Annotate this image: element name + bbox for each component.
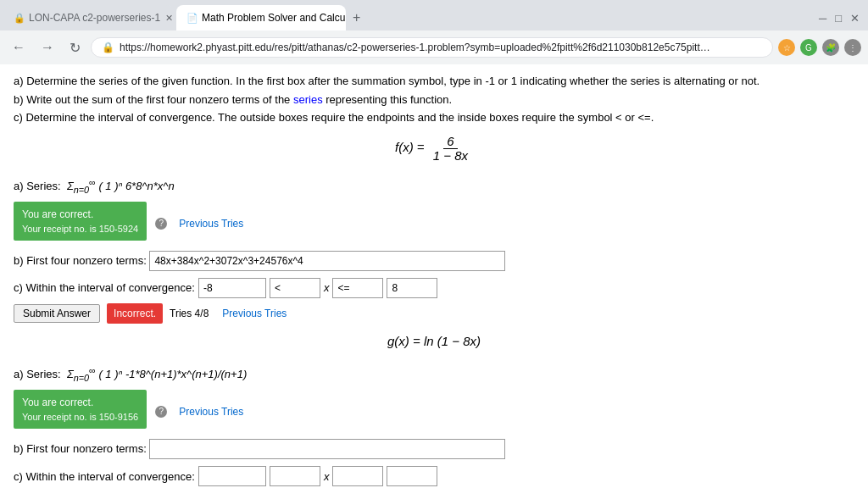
f-part-c-symbol2-input[interactable] xyxy=(332,278,383,298)
f-previous-tries-link[interactable]: Previous Tries xyxy=(179,216,243,231)
forward-button[interactable]: → xyxy=(36,36,59,58)
f-part-a: a) Series: Σn=0∞ ( 1 )ⁿ 6*8^n*x^n xyxy=(14,175,854,197)
address-text: https://homework2.phyast.pitt.edu/res/pi… xyxy=(120,42,713,53)
f-function-display: f(x) = 6 1 − 8x xyxy=(14,135,854,164)
back-button[interactable]: ← xyxy=(7,36,31,58)
f-correct-box: You are correct. Your receipt no. is 150… xyxy=(14,202,147,241)
close-btn[interactable]: ✕ xyxy=(850,12,860,25)
tab-icon: 🔒 xyxy=(14,13,25,24)
instructions: a) Determine the series of the given fun… xyxy=(14,73,854,126)
instruction-b: b) Write out the sum of the first four n… xyxy=(14,92,854,108)
g-help-icon[interactable]: ? xyxy=(155,406,167,418)
g-part-c-area: c) Within the interval of convergence: x xyxy=(14,466,854,486)
f-submit-area: Submit Answer Incorrect. Tries 4/8 Previ… xyxy=(14,303,854,324)
nav-action-icons: ☆ G 🧩 ⋮ xyxy=(778,39,861,56)
g-part-c-right-input[interactable] xyxy=(387,466,437,486)
g-part-b-input[interactable] xyxy=(149,439,505,459)
f-part-b-input[interactable] xyxy=(149,251,505,271)
f-submit-button[interactable]: Submit Answer xyxy=(14,304,100,323)
instruction-a: a) Determine the series of the given fun… xyxy=(14,73,854,90)
g-previous-tries-link[interactable]: Previous Tries xyxy=(179,404,243,419)
f-prev-tries-link2[interactable]: Previous Tries xyxy=(222,306,287,321)
f-part-c-symbol1-input[interactable] xyxy=(270,278,320,298)
f-part-c-area: c) Within the interval of convergence: x xyxy=(14,278,854,298)
g-part-c-var: x xyxy=(324,469,330,485)
nav-bar: ← → ↻ 🔒 https://homework2.phyast.pitt.ed… xyxy=(0,30,868,64)
tab-icon2: 📄 xyxy=(186,13,198,24)
tab-mathsolver[interactable]: 📄 Math Problem Solver and Calculu... ✕ xyxy=(176,5,346,30)
extension-icon[interactable]: 🧩 xyxy=(822,39,839,56)
g-function-display: g(x) = ln (1 − 8x) xyxy=(14,332,854,352)
maximize-btn[interactable]: □ xyxy=(835,12,842,25)
g-correct-box: You are correct. Your receipt no. is 150… xyxy=(14,390,147,430)
f-part-b-area: b) First four nonzero terms: xyxy=(14,251,854,271)
menu-icon[interactable]: ⋮ xyxy=(844,39,861,56)
refresh-button[interactable]: ↻ xyxy=(64,36,86,59)
browser-window: 🔒 LON-CAPA c2-powerseries-1 ✕ 📄 Math Pro… xyxy=(0,0,868,488)
tab-bar: 🔒 LON-CAPA c2-powerseries-1 ✕ 📄 Math Pro… xyxy=(0,0,868,30)
tab-label: LON-CAPA c2-powerseries-1 xyxy=(29,12,160,24)
lock-icon: 🔒 xyxy=(102,42,114,53)
f-fraction: 6 1 − 8x xyxy=(430,135,471,164)
instruction-c: c) Determine the interval of convergence… xyxy=(14,109,854,126)
f-part-c-right-input[interactable] xyxy=(387,278,437,298)
g-part-b-area: b) First four nonzero terms: xyxy=(14,439,854,459)
page-content: a) Determine the series of the given fun… xyxy=(0,64,868,488)
g-part-c-symbol1-input[interactable] xyxy=(270,466,320,486)
profile-icon[interactable]: G xyxy=(800,39,817,56)
g-part-c-symbol2-input[interactable] xyxy=(332,466,383,486)
g-part-c-left-input[interactable] xyxy=(198,466,266,486)
g-correct-area: You are correct. Your receipt no. is 150… xyxy=(14,390,854,435)
f-part-c-var: x xyxy=(324,280,330,297)
f-help-icon[interactable]: ? xyxy=(155,218,167,230)
minimize-btn[interactable]: ─ xyxy=(819,12,826,25)
f-incorrect-badge: Incorrect. xyxy=(107,303,163,324)
address-bar[interactable]: 🔒 https://homework2.phyast.pitt.edu/res/… xyxy=(91,37,773,58)
tab-label2: Math Problem Solver and Calculu... xyxy=(202,12,346,24)
tab-close-btn[interactable]: ✕ xyxy=(165,13,173,24)
f-correct-area: You are correct. Your receipt no. is 150… xyxy=(14,202,854,247)
g-part-a: a) Series: Σn=0∞ ( 1 )ⁿ -1*8^(n+1)*x^(n+… xyxy=(14,363,854,385)
bookmark-icon[interactable]: ☆ xyxy=(778,39,795,56)
new-tab-button[interactable]: + xyxy=(353,10,360,25)
f-tries-text: Tries 4/8 xyxy=(170,306,209,321)
tab-lon-capa[interactable]: 🔒 LON-CAPA c2-powerseries-1 ✕ xyxy=(3,5,173,30)
f-part-c-left-input[interactable] xyxy=(198,278,266,298)
